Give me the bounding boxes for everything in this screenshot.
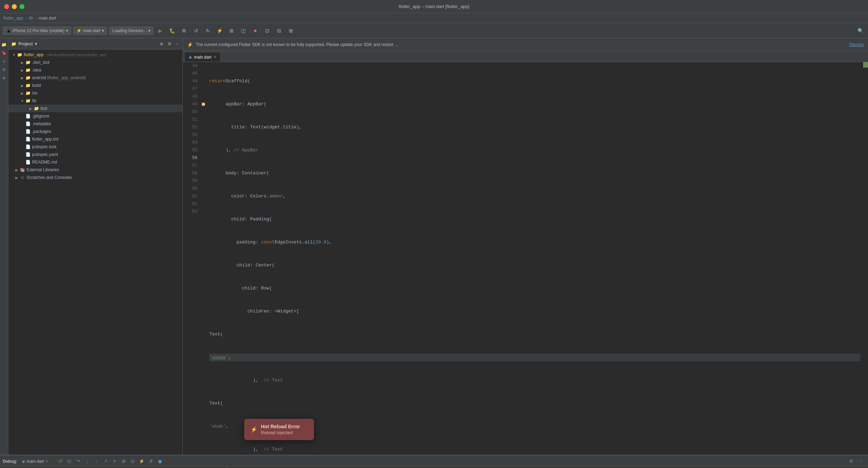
- file-selector[interactable]: ⚡ main.dart ▾: [73, 27, 107, 35]
- flutter-inspector-debug-btn[interactable]: ◉: [156, 457, 164, 466]
- step-over-btn[interactable]: ↷: [74, 457, 82, 466]
- ext-libs-label: External Libraries: [27, 167, 59, 172]
- hot-reload-debug-btn[interactable]: ⚡: [137, 457, 146, 466]
- editor-area: ⚡ The current configured Flutter SDK is …: [183, 38, 868, 455]
- layout-button[interactable]: ◫: [239, 26, 248, 36]
- readme-label: README.md: [32, 160, 57, 165]
- tab-label: main.dart: [194, 55, 211, 60]
- left-side-tabs: 📁 🔖 ≡ ⚙ ★: [0, 38, 8, 455]
- code-line-58: Text(: [209, 400, 860, 407]
- tab-main-dart[interactable]: ◈ main.dart ✕: [184, 52, 221, 62]
- coverage-button[interactable]: ⚙: [179, 26, 189, 36]
- lib-label: lib: [32, 98, 36, 103]
- tree-pubspec-lock[interactable]: ▶ 📄 pubspec.lock: [8, 143, 182, 151]
- step-controls: ⊡ ↷ ↓ ↑ ↗ ≡: [65, 457, 119, 466]
- project-icon: 📁: [11, 41, 16, 46]
- debug-settings: ⚙ −: [847, 457, 865, 466]
- evaluate-btn[interactable]: ≡: [110, 457, 119, 466]
- tree-lib[interactable]: ▼ 📁 lib: [8, 97, 182, 105]
- tree-iml[interactable]: ▶ 📄 flutter_app.iml: [8, 135, 182, 143]
- code-line-50: child: Padding(: [209, 216, 860, 223]
- maximize-button[interactable]: [20, 4, 24, 9]
- side-icon-project[interactable]: 📁: [1, 41, 8, 48]
- loading-devices: Loading Devices... ▾: [109, 27, 154, 35]
- debug-settings-btn[interactable]: ⚙: [847, 457, 855, 466]
- run-to-cursor-btn[interactable]: ↗: [101, 457, 110, 466]
- tree-metadata[interactable]: ▶ 📄 .metadata: [8, 120, 182, 128]
- dropdown-arrow[interactable]: ▾: [35, 41, 37, 46]
- tree-scratches[interactable]: ▶ ⊙ Scratches and Consoles: [8, 174, 182, 181]
- window-title: flutter_app – main.dart [flutter_app]: [399, 4, 469, 9]
- tree-ios[interactable]: ▶ 📁 ios: [8, 89, 182, 97]
- pubspec-lock-icon: 📄: [25, 144, 31, 149]
- tree-test[interactable]: ▶ 📁 test: [8, 105, 182, 112]
- minimize-button[interactable]: [12, 4, 17, 9]
- hot-restart-debug-btn[interactable]: ↺: [147, 457, 155, 466]
- breadcrumb-item-app[interactable]: flutter_app: [3, 16, 23, 21]
- tab-dart-icon: ◈: [189, 55, 192, 60]
- device-selector[interactable]: 📱 iPhone 12 Pro Max (mobile) ▾: [3, 27, 71, 35]
- code-line-55: Text(: [209, 331, 860, 338]
- notification-dismiss[interactable]: Dismiss: [849, 42, 864, 47]
- packages-label: .packages: [32, 129, 51, 134]
- stop-button[interactable]: ■: [250, 26, 260, 36]
- debug-collapse-btn[interactable]: −: [857, 457, 865, 466]
- side-icon-structure[interactable]: ≡: [1, 58, 8, 65]
- show-execution-point-btn[interactable]: ⊡: [65, 457, 73, 466]
- step-into-btn[interactable]: ↓: [83, 457, 91, 466]
- dart-tool-label: .dart_tool: [32, 60, 50, 65]
- tree-android[interactable]: ▶ 📁 android [flutter_app_android]: [8, 74, 182, 82]
- frames-view-btn[interactable]: ⊞: [119, 457, 128, 466]
- side-icon-bookmark[interactable]: 🔖: [1, 50, 8, 56]
- hot-reload-button[interactable]: ⚡: [215, 26, 225, 36]
- notification-text: The current configured Flutter SDK is no…: [196, 42, 399, 47]
- breadcrumb-item-lib[interactable]: lib: [29, 16, 33, 21]
- metadata-icon: 📄: [25, 121, 31, 126]
- debug-button[interactable]: 🐛: [167, 26, 177, 36]
- tab-close-btn[interactable]: ✕: [214, 55, 216, 59]
- run-button[interactable]: ▶: [156, 26, 165, 36]
- variables-view-btn[interactable]: ⊟: [128, 457, 137, 466]
- sdk-manager-button[interactable]: ⊞: [286, 26, 296, 36]
- tree-idea[interactable]: ▶ 📁 .idea: [8, 66, 182, 74]
- debug-tab-close[interactable]: ✕: [45, 459, 48, 463]
- breadcrumb-item-file[interactable]: main.dart: [39, 16, 56, 21]
- test-label: test: [40, 106, 47, 111]
- phone-icon: 📱: [6, 28, 11, 33]
- flutter-icon: ⚡: [76, 28, 82, 33]
- device-manager-button[interactable]: ⊟: [274, 26, 284, 36]
- gear-icon[interactable]: ⚙: [166, 41, 172, 47]
- tree-build[interactable]: ▶ 📁 build: [8, 82, 182, 89]
- pubspec-lock-label: pubspec.lock: [32, 144, 57, 149]
- side-icon-build[interactable]: ⚙: [1, 66, 8, 73]
- close-panel-icon[interactable]: −: [174, 41, 180, 47]
- code-line-44: return Scaffold(: [209, 77, 860, 85]
- tree-pubspec-yaml[interactable]: ▶ 📄 pubspec.yaml: [8, 151, 182, 158]
- flutter-inspector-button[interactable]: ⊞: [227, 26, 237, 36]
- step-out-btn[interactable]: ↑: [92, 457, 100, 466]
- code-content[interactable]: return Scaffold( appBar: AppBar( title: …: [207, 62, 863, 455]
- android-label: android [flutter_app_android]: [32, 75, 85, 80]
- debug-main-dart-tab[interactable]: ◈ main.dart ✕: [20, 455, 50, 467]
- search-button[interactable]: 🔍: [855, 26, 865, 36]
- notification-banner: ⚡ The current configured Flutter SDK is …: [183, 38, 868, 51]
- close-button[interactable]: [4, 4, 9, 9]
- profile-button[interactable]: ↺: [191, 26, 201, 36]
- tree-gitignore[interactable]: ▶ 📄 .gitignore: [8, 112, 182, 120]
- debug-label: Debug:: [3, 459, 17, 464]
- code-line-46: title: Text(widget.title),: [209, 123, 860, 131]
- build-button[interactable]: ⊡: [262, 26, 272, 36]
- code-editor[interactable]: 44 45 46 47 48 49 50 51 52 53 54 55 56 5…: [183, 62, 868, 455]
- tree-packages[interactable]: ▶ 📄 .packages: [8, 128, 182, 135]
- side-icon-favorites[interactable]: ★: [1, 75, 8, 82]
- hot-reload-subtitle: Reload rejected: [261, 430, 300, 435]
- tree-ext-libs[interactable]: ▶ 📚 External Libraries: [8, 166, 182, 174]
- tree-readme[interactable]: ▶ 📄 README.md: [8, 158, 182, 166]
- tree-dart-tool[interactable]: ▶ 📁 .dart_tool: [8, 59, 182, 66]
- scratches-label: Scratches and Consoles: [27, 175, 72, 180]
- tree-root[interactable]: ▼ 📁 flutter_app ~/AndroidStudioProjects/…: [8, 51, 182, 59]
- sync-icon[interactable]: ⊕: [159, 41, 164, 47]
- hot-reload-text: Hot Reload Error Reload rejected: [261, 424, 300, 435]
- step-over-button[interactable]: ↻: [203, 26, 213, 36]
- restart-btn[interactable]: ↺: [56, 457, 64, 466]
